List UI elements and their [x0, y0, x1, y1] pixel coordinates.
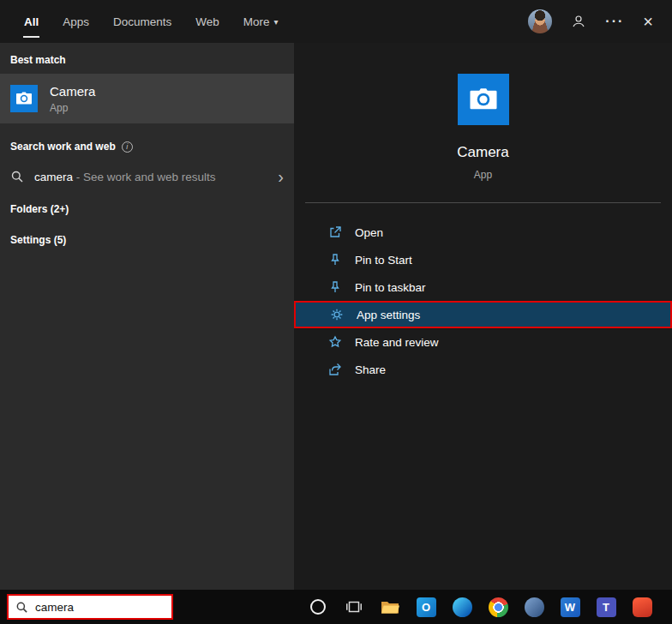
tab-web[interactable]: Web: [183, 0, 231, 43]
web-search-text: camera - See work and web results: [34, 171, 216, 183]
search-content: Best match Camera App Search work and we…: [0, 43, 672, 590]
action-rate-and-review[interactable]: Rate and review: [294, 328, 672, 356]
filter-tabs: All Apps Documents Web More ▾: [0, 0, 291, 43]
camera-app-icon-large: [458, 74, 509, 125]
best-match-subtitle: App: [50, 102, 95, 114]
web-search-result[interactable]: camera - See work and web results ›: [0, 160, 294, 193]
teams-icon[interactable]: T: [596, 597, 616, 617]
tab-documents[interactable]: Documents: [101, 0, 183, 43]
star-icon: [328, 335, 342, 349]
app-icon[interactable]: [524, 597, 544, 617]
app-preview-panel: Camera App Open: [294, 43, 672, 590]
taskbar-icons: O W T: [294, 590, 672, 624]
outlook-icon[interactable]: O: [416, 597, 436, 617]
file-explorer-icon[interactable]: [380, 597, 400, 617]
share-icon: [328, 363, 342, 376]
preview-app-type: App: [474, 169, 492, 181]
action-open-label: Open: [355, 226, 383, 239]
best-match-result[interactable]: Camera App: [0, 74, 294, 123]
open-icon: [328, 225, 342, 239]
action-rate-review-label: Rate and review: [355, 336, 439, 349]
cortana-icon[interactable]: [308, 597, 328, 617]
task-view-icon[interactable]: [344, 597, 364, 617]
search-input[interactable]: [35, 601, 147, 614]
tab-apps-label: Apps: [63, 15, 89, 28]
preview-app-name: Camera: [457, 144, 508, 161]
search-icon: [10, 170, 24, 183]
tab-apps[interactable]: Apps: [51, 0, 101, 43]
camera-app-icon: [10, 85, 38, 112]
settings-section-heading[interactable]: Settings (5): [0, 224, 294, 255]
tab-all[interactable]: All: [12, 0, 51, 43]
folders-section-heading[interactable]: Folders (2+): [0, 193, 294, 224]
avatar[interactable]: [528, 9, 552, 33]
search-filter-bar: All Apps Documents Web More ▾: [0, 0, 672, 43]
action-pin-to-start[interactable]: Pin to Start: [294, 246, 672, 273]
web-search-suffix: - See work and web results: [73, 171, 216, 183]
best-match-title: Camera: [50, 84, 95, 99]
action-app-settings[interactable]: App settings: [294, 301, 672, 328]
tab-documents-label: Documents: [113, 15, 171, 28]
gear-icon: [330, 308, 344, 321]
search-work-web-heading: Search work and web i: [0, 123, 294, 160]
context-actions: Open Pin to Start: [294, 219, 672, 383]
action-open[interactable]: Open: [294, 219, 672, 246]
action-pin-taskbar-label: Pin to taskbar: [355, 281, 426, 294]
divider: [305, 202, 661, 203]
action-share-label: Share: [355, 363, 386, 376]
office-icon[interactable]: [632, 597, 652, 617]
action-pin-start-label: Pin to Start: [355, 254, 412, 267]
word-icon[interactable]: W: [560, 597, 580, 617]
action-pin-to-taskbar[interactable]: Pin to taskbar: [294, 273, 672, 301]
taskbar: O W T: [0, 590, 672, 624]
taskbar-search-box[interactable]: [7, 594, 173, 620]
edge-icon[interactable]: [452, 597, 472, 617]
pin-icon: [328, 280, 342, 294]
tab-more[interactable]: More ▾: [231, 0, 291, 43]
close-icon[interactable]: ×: [643, 12, 653, 32]
ellipsis-icon[interactable]: ···: [605, 14, 624, 29]
chevron-down-icon: ▾: [274, 17, 279, 27]
search-results-panel: Best match Camera App Search work and we…: [0, 43, 294, 590]
action-app-settings-label: App settings: [357, 309, 420, 321]
info-icon[interactable]: i: [122, 141, 133, 153]
action-share[interactable]: Share: [294, 356, 672, 383]
best-match-heading: Best match: [0, 43, 294, 74]
tab-all-label: All: [24, 15, 39, 28]
web-search-query: camera: [34, 171, 73, 183]
chrome-icon[interactable]: [488, 597, 508, 617]
user-icon[interactable]: [571, 14, 586, 29]
chevron-right-icon[interactable]: ›: [278, 168, 284, 185]
windows-search-panel: All Apps Documents Web More ▾: [0, 0, 672, 624]
tab-more-label: More: [243, 15, 270, 28]
search-work-web-label: Search work and web: [10, 141, 116, 153]
pin-icon: [328, 253, 342, 267]
tab-web-label: Web: [195, 15, 219, 28]
search-icon: [15, 601, 28, 614]
topbar-actions: ··· ×: [528, 0, 672, 43]
best-match-text: Camera App: [50, 84, 95, 114]
